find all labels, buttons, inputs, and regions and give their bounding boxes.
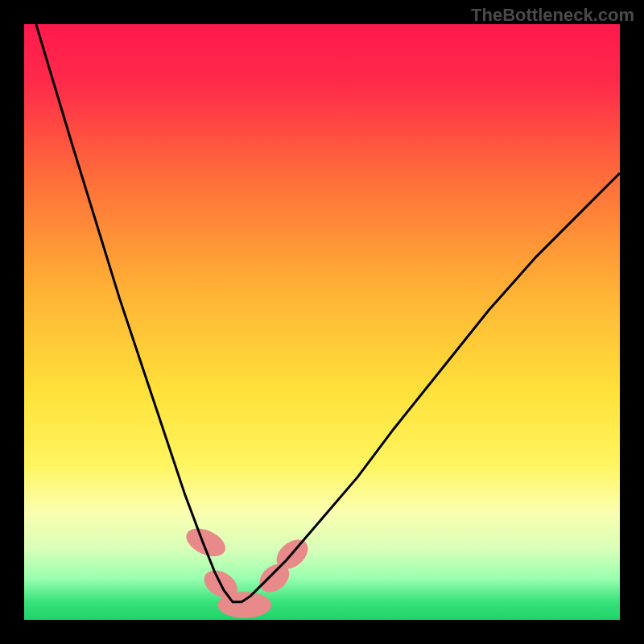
watermark-text: TheBottleneck.com: [471, 5, 634, 26]
pink-blob-bottom: [218, 592, 272, 618]
plot-background: [24, 24, 620, 620]
bottleneck-chart: [0, 0, 644, 644]
